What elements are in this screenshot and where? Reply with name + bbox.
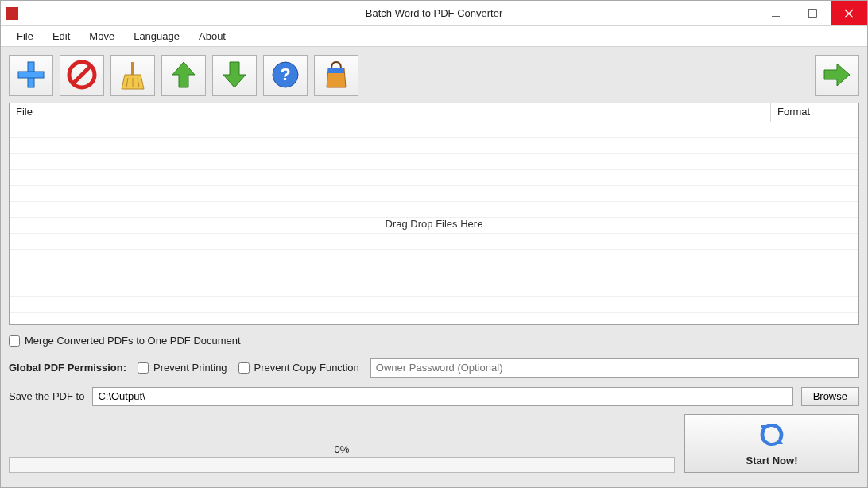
window-title: Batch Word to PDF Converter bbox=[1, 7, 867, 19]
help-icon: ? bbox=[269, 59, 301, 93]
move-down-button[interactable] bbox=[212, 55, 257, 96]
progress-text: 0% bbox=[9, 443, 675, 455]
minimize-button[interactable] bbox=[758, 1, 794, 25]
save-path-input[interactable] bbox=[92, 387, 792, 406]
arrow-up-icon bbox=[168, 59, 200, 93]
arrow-down-icon bbox=[219, 59, 250, 93]
column-format[interactable]: Format bbox=[771, 103, 858, 122]
column-file[interactable]: File bbox=[10, 103, 771, 122]
svg-rect-1 bbox=[808, 10, 816, 17]
svg-rect-14 bbox=[328, 68, 344, 73]
toolbar: ? bbox=[1, 47, 867, 103]
menu-move[interactable]: Move bbox=[81, 28, 122, 45]
clear-button[interactable] bbox=[110, 55, 155, 96]
maximize-button[interactable] bbox=[794, 1, 831, 25]
help-button[interactable]: ? bbox=[263, 55, 308, 96]
arrow-right-icon bbox=[821, 59, 853, 93]
progress-bar bbox=[9, 457, 675, 473]
move-up-button[interactable] bbox=[161, 55, 206, 96]
svg-rect-8 bbox=[131, 62, 134, 75]
svg-text:?: ? bbox=[280, 64, 290, 84]
merge-checkbox-input[interactable] bbox=[9, 335, 20, 347]
close-button[interactable] bbox=[831, 1, 867, 25]
app-icon bbox=[6, 7, 18, 20]
prevent-copy-label: Prevent Copy Function bbox=[254, 362, 359, 374]
save-path-label: Save the PDF to bbox=[9, 390, 84, 402]
browse-button[interactable]: Browse bbox=[801, 387, 859, 406]
prevent-printing-checkbox[interactable]: Prevent Printing bbox=[138, 362, 227, 374]
file-list-body[interactable]: Drag Drop Files Here bbox=[10, 122, 858, 324]
plus-icon bbox=[15, 59, 47, 93]
add-button[interactable] bbox=[9, 55, 53, 96]
file-list-header: File Format bbox=[10, 103, 858, 122]
prevent-printing-label: Prevent Printing bbox=[153, 362, 227, 374]
broom-icon bbox=[117, 59, 149, 93]
svg-rect-5 bbox=[18, 72, 44, 78]
shop-button[interactable] bbox=[314, 55, 358, 96]
prevent-printing-input[interactable] bbox=[138, 362, 149, 374]
titlebar: Batch Word to PDF Converter bbox=[1, 1, 867, 26]
shopping-bag-icon bbox=[320, 59, 352, 93]
menubar: File Edit Move Language About bbox=[1, 26, 867, 47]
start-button-label: Start Now! bbox=[746, 455, 798, 467]
drop-hint: Drag Drop Files Here bbox=[10, 218, 858, 230]
menu-edit[interactable]: Edit bbox=[45, 28, 78, 45]
permission-label: Global PDF Permission: bbox=[9, 362, 126, 374]
owner-password-input[interactable] bbox=[370, 358, 859, 378]
refresh-icon bbox=[758, 420, 786, 451]
no-entry-icon bbox=[66, 59, 98, 93]
prevent-copy-checkbox[interactable]: Prevent Copy Function bbox=[238, 362, 359, 374]
start-button[interactable]: Start Now! bbox=[684, 414, 859, 473]
file-list[interactable]: File Format Drag Drop Files Here bbox=[9, 103, 859, 325]
go-button[interactable] bbox=[815, 55, 859, 96]
merge-checkbox[interactable]: Merge Converted PDFs to One PDF Document bbox=[9, 335, 241, 347]
remove-button[interactable] bbox=[60, 55, 104, 96]
prevent-copy-input[interactable] bbox=[238, 362, 250, 374]
menu-about[interactable]: About bbox=[191, 28, 234, 45]
menu-file[interactable]: File bbox=[9, 28, 41, 45]
svg-line-7 bbox=[73, 66, 91, 83]
merge-checkbox-label: Merge Converted PDFs to One PDF Document bbox=[25, 335, 241, 347]
menu-language[interactable]: Language bbox=[126, 28, 188, 45]
